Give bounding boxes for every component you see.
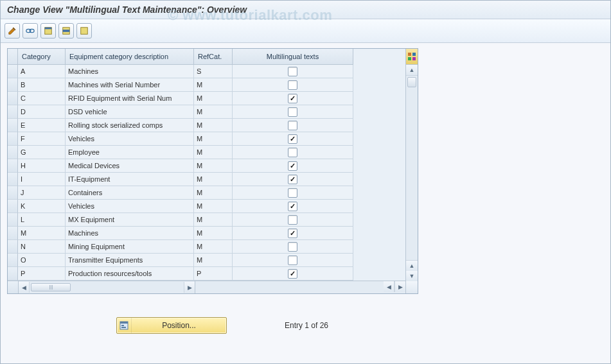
multilingual-checkbox[interactable] bbox=[288, 256, 297, 265]
hscroll-track[interactable] bbox=[30, 282, 184, 293]
cell-description[interactable]: Employee bbox=[66, 146, 194, 159]
vscroll-thumb[interactable] bbox=[407, 77, 416, 87]
position-button[interactable]: Position... bbox=[116, 317, 227, 334]
row-selector[interactable] bbox=[8, 119, 18, 132]
row-selector[interactable] bbox=[8, 254, 18, 267]
cell-description[interactable]: Mining Equipment bbox=[66, 240, 194, 254]
scroll-down-icon[interactable]: ▼ bbox=[406, 271, 418, 281]
cell-category[interactable]: H bbox=[18, 159, 66, 173]
cell-refcat[interactable]: M bbox=[194, 119, 233, 132]
select-all-icon[interactable] bbox=[40, 23, 56, 39]
cell-category[interactable]: O bbox=[18, 254, 66, 267]
cell-category[interactable]: L bbox=[18, 213, 66, 227]
row-selector[interactable] bbox=[8, 78, 18, 92]
deselect-all-icon[interactable] bbox=[76, 23, 92, 39]
cell-category[interactable]: I bbox=[18, 173, 66, 186]
multilingual-checkbox[interactable] bbox=[288, 215, 297, 225]
cell-refcat[interactable]: M bbox=[194, 173, 233, 186]
multilingual-checkbox[interactable] bbox=[288, 242, 297, 252]
table-settings-icon[interactable] bbox=[406, 49, 418, 65]
cell-description[interactable]: DSD vehicle bbox=[66, 105, 194, 119]
row-selector[interactable] bbox=[8, 105, 18, 119]
cell-category[interactable]: G bbox=[18, 146, 66, 159]
multilingual-checkbox[interactable] bbox=[288, 134, 297, 144]
cell-refcat[interactable]: M bbox=[194, 200, 233, 213]
cell-description[interactable]: RFID Equipment with Serial Num bbox=[66, 92, 194, 105]
cell-category[interactable]: M bbox=[18, 227, 66, 240]
multilingual-checkbox[interactable] bbox=[288, 202, 297, 211]
cell-refcat[interactable]: P bbox=[194, 267, 233, 281]
multilingual-checkbox[interactable] bbox=[288, 161, 297, 171]
cell-description[interactable]: Machines bbox=[66, 65, 194, 78]
hscroll-left-icon[interactable]: ◀ bbox=[19, 282, 30, 293]
cell-category[interactable]: A bbox=[18, 65, 66, 78]
toggle-change-icon[interactable] bbox=[4, 23, 20, 39]
scroll-up-icon[interactable]: ▲ bbox=[406, 65, 418, 76]
row-selector[interactable] bbox=[8, 173, 18, 186]
row-selector[interactable] bbox=[8, 186, 18, 200]
row-selector[interactable] bbox=[8, 213, 18, 227]
cell-description[interactable]: Rolling stock serialized comps bbox=[66, 119, 194, 132]
hscroll-thumb[interactable] bbox=[31, 283, 71, 291]
select-block-icon[interactable] bbox=[58, 23, 74, 39]
cell-category[interactable]: P bbox=[18, 267, 66, 281]
hscroll-right2-icon[interactable]: ▶ bbox=[394, 281, 405, 292]
cell-category[interactable]: C bbox=[18, 92, 66, 105]
cell-refcat[interactable]: M bbox=[194, 254, 233, 267]
row-selector[interactable] bbox=[8, 132, 18, 146]
row-selector[interactable] bbox=[8, 65, 18, 78]
cell-description[interactable]: Medical Devices bbox=[66, 159, 194, 173]
hscroll-left2-icon[interactable]: ◀ bbox=[384, 281, 394, 292]
col-multilingual[interactable]: Multilingual texts bbox=[233, 49, 353, 65]
cell-refcat[interactable]: M bbox=[194, 159, 233, 173]
cell-refcat[interactable]: M bbox=[194, 92, 233, 105]
multilingual-checkbox[interactable] bbox=[288, 229, 297, 238]
cell-refcat[interactable]: M bbox=[194, 78, 233, 92]
cell-refcat[interactable]: S bbox=[194, 65, 233, 78]
cell-description[interactable]: Production resources/tools bbox=[66, 267, 194, 281]
cell-description[interactable]: Machines with Serial Number bbox=[66, 78, 194, 92]
cell-description[interactable]: Vehicles bbox=[66, 200, 194, 213]
multilingual-checkbox[interactable] bbox=[288, 148, 297, 157]
other-view-icon[interactable] bbox=[22, 23, 38, 39]
vscroll-track[interactable] bbox=[406, 76, 418, 260]
multilingual-checkbox[interactable] bbox=[288, 269, 297, 279]
cell-refcat[interactable]: M bbox=[194, 213, 233, 227]
cell-description[interactable]: IT-Equipment bbox=[66, 173, 194, 186]
cell-category[interactable]: K bbox=[18, 200, 66, 213]
cell-category[interactable]: J bbox=[18, 186, 66, 200]
cell-description[interactable]: Vehicles bbox=[66, 132, 194, 146]
cell-refcat[interactable]: M bbox=[194, 240, 233, 254]
cell-refcat[interactable]: M bbox=[194, 105, 233, 119]
multilingual-checkbox[interactable] bbox=[288, 80, 297, 90]
multilingual-checkbox[interactable] bbox=[288, 94, 297, 103]
row-selector-header[interactable] bbox=[8, 49, 18, 65]
cell-description[interactable]: Machines bbox=[66, 227, 194, 240]
row-selector[interactable] bbox=[8, 92, 18, 105]
multilingual-checkbox[interactable] bbox=[288, 107, 297, 117]
multilingual-checkbox[interactable] bbox=[288, 188, 297, 198]
cell-description[interactable]: Transmitter Equipments bbox=[66, 254, 194, 267]
col-refcat[interactable]: RefCat. bbox=[194, 49, 233, 65]
row-selector[interactable] bbox=[8, 227, 18, 240]
row-selector[interactable] bbox=[8, 267, 18, 281]
multilingual-checkbox[interactable] bbox=[288, 175, 297, 184]
cell-category[interactable]: F bbox=[18, 132, 66, 146]
col-category[interactable]: Category bbox=[18, 49, 66, 65]
scroll-up2-icon[interactable]: ▲ bbox=[406, 260, 418, 271]
cell-refcat[interactable]: M bbox=[194, 227, 233, 240]
cell-category[interactable]: B bbox=[18, 78, 66, 92]
multilingual-checkbox[interactable] bbox=[288, 67, 297, 76]
cell-refcat[interactable]: M bbox=[194, 132, 233, 146]
row-selector[interactable] bbox=[8, 240, 18, 254]
cell-category[interactable]: D bbox=[18, 105, 66, 119]
multilingual-checkbox[interactable] bbox=[288, 121, 297, 130]
row-selector[interactable] bbox=[8, 146, 18, 159]
hscroll-right-icon[interactable]: ▶ bbox=[184, 282, 195, 293]
row-selector[interactable] bbox=[8, 200, 18, 213]
cell-refcat[interactable]: M bbox=[194, 186, 233, 200]
cell-category[interactable]: N bbox=[18, 240, 66, 254]
row-selector[interactable] bbox=[8, 159, 18, 173]
cell-description[interactable]: MX Equipment bbox=[66, 213, 194, 227]
col-description[interactable]: Equipment category description bbox=[66, 49, 194, 65]
